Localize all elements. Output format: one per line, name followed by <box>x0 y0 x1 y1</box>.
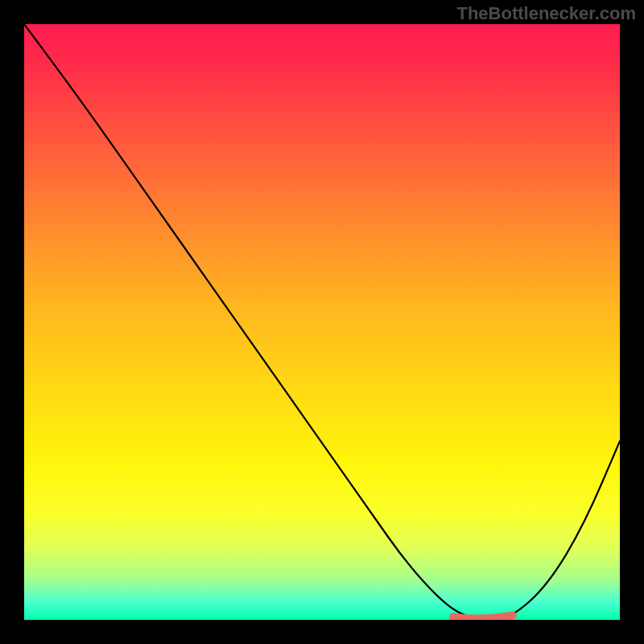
watermark-text: TheBottlenecker.com <box>456 3 636 24</box>
chart-plot <box>24 24 620 620</box>
optimal-zone-highlight <box>453 615 513 618</box>
chart-frame <box>24 24 620 620</box>
bottleneck-curve <box>24 24 620 619</box>
